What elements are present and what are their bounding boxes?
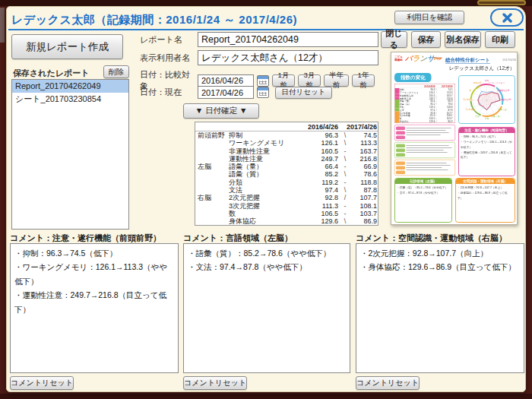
table-row: 文法97.4\87.8 [195,186,378,194]
svg-text:語彙（量）: 語彙（量） [498,108,508,111]
preview-brand-pro: Pro [434,56,441,61]
delete-report-button[interactable]: 削除 [103,65,129,78]
radar-chart: 抑制ワーキングメモリ非運動性注意運動性注意語彙（量）語彙（質）分類文法2次元把握… [458,75,515,124]
saved-reports-list: Report_201704262049 シート_201703230854 [11,79,129,230]
calendar-icon[interactable] [257,75,269,87]
background-window-remnant [477,0,526,5]
comment-reset-button[interactable]: コメントリセット [10,376,74,390]
table-row: 身体協応129.6\86.9 [195,217,378,225]
preview-table-row: 身体協応129.6\86.9 [395,120,455,123]
list-item[interactable]: Report_201704262049 [12,80,128,93]
saved-reports-label: 保存されたレポート [13,68,90,79]
date-current-label: 日付：現在 [140,87,195,98]
print-button[interactable]: 印刷 [485,31,515,48]
title-divider [8,29,524,30]
table-row: ワーキングメモリ126.1\113.3 [195,139,378,147]
table-row: 前頭前野抑制96.3\74.5 [195,131,378,139]
new-report-button[interactable]: 新規レポート作成 [11,34,123,59]
calendar-icon[interactable] [257,87,269,98]
svg-text:数: 数 [469,89,471,92]
preview-score-table: 2016/4/262017/4/26 抑制96.3\74.5ワーキングメモリ12… [394,84,455,123]
score-table-header: 2016/4/26 2017/4/26 [195,122,378,131]
date-compare-input[interactable] [198,74,254,87]
table-row: 数106.5-103.7 [195,210,378,217]
preview-legend-box [394,160,455,176]
display-user-label: 表示利用者名 [140,52,195,64]
close-button[interactable] [490,8,524,27]
one-month-ago-button[interactable]: 1月前 [272,74,295,87]
check-usage-date-button[interactable]: 利用日を確認 [394,11,464,24]
report-name-input[interactable] [198,32,378,47]
comment-textarea-spatial[interactable]: ・2次元把握：92.8→107.7（向上） ・身体協応：129.6→86.9（目… [356,243,524,373]
close-report-button[interactable]: 閉じる [381,31,407,48]
preview-brand-small: こども脳機能 [394,55,403,62]
background-window-remnant [0,0,532,6]
dialog-title: レデックス太郎（記録期間：2016/1/24 ～ 2017/4/26) [11,13,297,27]
table-row: 運動性注意249.7\216.8 [195,155,378,163]
preview-section-badge: 指数の変化 [394,73,432,82]
comment-label-language: コメント：言語領域（左脳） [183,233,293,244]
preview-comment-box-spatial: 空間認識・運動領域（右脳） ・2次元把握：92.8→107.7（向上） ・身体協… [455,178,515,223]
preview-comment-box-language: 言語領域（左脳） ・語彙（質）：85.2→78.6（やや低下） ・文法：97.4… [394,178,452,223]
background-window-remnant [0,8,5,43]
comment-textarea-language[interactable]: ・語彙（質）：85.2→78.6（やや低下） ・文法：97.4→87.8（やや低… [183,243,350,373]
svg-text:文法: 文法 [475,115,480,118]
save-as-button[interactable]: 別名保存 [445,31,481,48]
score-comparison-table: 2016/4/26 2017/4/26 前頭前野抑制96.3\74.5 ワーキン… [195,122,378,226]
svg-text:非運動性注意: 非運動性注意 [497,89,510,92]
comment-textarea-prefrontal[interactable]: ・抑制：96.3→74.5（低下） ・ワーキングメモリ：126.1→113.3（… [10,243,179,373]
report-preview-thumbnail: こども脳機能 バランサー Pro 総合特性分析シート 2017/4/26 レデッ… [391,52,518,225]
preview-legend-box [394,142,455,158]
background-window-remnant [0,394,532,399]
close-icon [502,13,512,23]
comment-label-spatial: コメント：空間認識・運動領域（右脳） [356,233,507,244]
table-row: 語彙（質）85.2\78.6 [195,170,378,178]
table-row: 3次元把握111.3-108.1 [195,202,378,210]
comment-reset-button[interactable]: コメントリセット [356,376,420,390]
preview-date: 2017/4/26 [502,58,516,62]
report-name-label: レポート名 [140,34,195,46]
svg-text:身体協応: 身体協応 [473,81,482,84]
table-row: 右脳2次元把握92.8/107.7 [195,194,378,201]
half-year-ago-button[interactable]: 半年前 [324,74,349,87]
date-current-input[interactable] [198,86,254,99]
svg-text:ワーキングメモリ: ワーキングメモリ [488,81,505,84]
one-year-ago-button[interactable]: 1年前 [352,74,375,87]
comment-label-prefrontal: コメント：注意・遂行機能（前頭前野） [10,233,161,244]
list-item[interactable]: シート_201703230854 [12,93,128,106]
preview-legend-box [394,125,455,141]
svg-text:3次元把握: 3次元把握 [463,98,473,101]
table-row: 左脳語彙（量）66.4-66.9 [195,163,378,170]
svg-text:分類: 分類 [485,117,489,120]
report-dialog: レデックス太郎（記録期間：2016/1/24 ～ 2017/4/26) 利用日を… [6,6,526,392]
preview-sheet-title: 総合特性分析シート [445,56,490,64]
svg-text:運動性注意: 運動性注意 [501,98,511,101]
table-row: 分類119.2-118.8 [195,179,378,186]
preview-user-name: レデックス太郎さん（12才） [449,65,515,71]
display-user-input[interactable] [198,50,378,65]
date-reset-button[interactable]: 日付リセット [275,87,332,99]
preview-comment-box-prefrontal: 注意・遂行機能（前頭前野） ・抑制：96.3→74.5（低下） ・ワーキングメモ… [458,127,515,176]
save-button[interactable]: 保存 [411,31,441,48]
comment-reset-button[interactable]: コメントリセット [183,376,247,390]
svg-text:2次元把握: 2次元把握 [466,108,476,111]
table-row: 非運動性注意160.5-163.7 [195,147,378,155]
svg-text:語彙（質）: 語彙（質） [491,115,502,118]
date-confirm-button[interactable]: ▼ 日付確定 ▼ [183,103,259,119]
three-months-ago-button[interactable]: 3月前 [298,74,321,87]
